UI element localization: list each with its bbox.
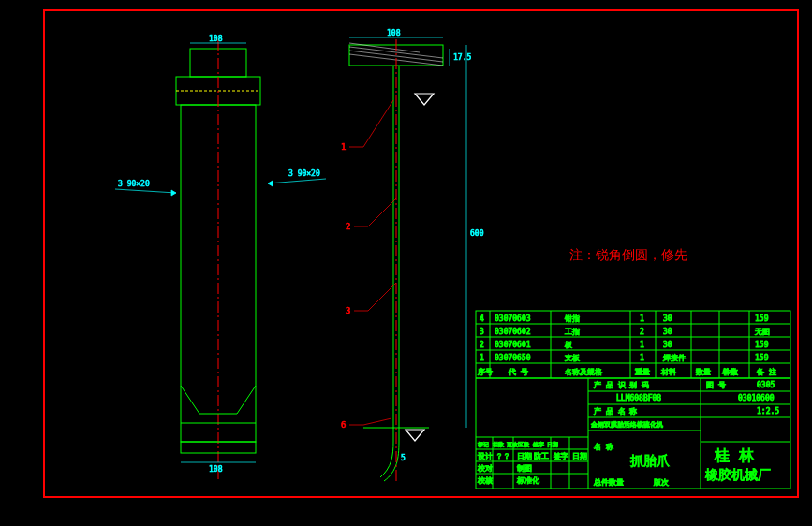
svg-text:1: 1 bbox=[640, 354, 644, 362]
svg-text:产 品 识 别 码: 产 品 识 别 码 bbox=[594, 381, 649, 389]
svg-text:？？: ？？ bbox=[495, 452, 510, 460]
svg-line-11 bbox=[115, 189, 176, 193]
drawing-canvas: 108 108 3 90×20 3 90×20 108 17.5 600 5 1… bbox=[43, 9, 799, 498]
svg-text:30: 30 bbox=[663, 328, 672, 336]
svg-text:2: 2 bbox=[480, 341, 484, 349]
svg-line-13 bbox=[268, 179, 326, 183]
svg-text:重量: 重量 bbox=[635, 368, 650, 376]
svg-text:焊接件: 焊接件 bbox=[663, 354, 686, 362]
svg-text:制图: 制图 bbox=[517, 464, 532, 473]
svg-text:件数: 件数 bbox=[723, 368, 738, 376]
svg-text:4: 4 bbox=[480, 314, 484, 323]
svg-text:标准化: 标准化 bbox=[516, 476, 539, 485]
svg-text:产 品 名 称: 产 品 名 称 bbox=[594, 407, 637, 416]
left-dims: 108 108 3 90×20 3 90×20 bbox=[115, 35, 326, 474]
left-view bbox=[176, 39, 260, 479]
svg-text:材料: 材料 bbox=[660, 368, 676, 376]
svg-text:600: 600 bbox=[470, 229, 484, 238]
title-block: 4 03070603 钳指 1 30 159 3 03070602 工指 2 3… bbox=[476, 311, 790, 489]
svg-text:159: 159 bbox=[755, 354, 769, 362]
drawing-note: 注：锐角倒圆，修先 bbox=[569, 247, 687, 262]
svg-line-34 bbox=[368, 198, 396, 226]
svg-text:名称及规格: 名称及规格 bbox=[565, 368, 602, 376]
svg-text:6: 6 bbox=[341, 420, 346, 430]
svg-text:1: 1 bbox=[640, 314, 644, 323]
app-window: 108 108 3 90×20 3 90×20 108 17.5 600 5 1… bbox=[0, 0, 812, 526]
svg-text:03010600: 03010600 bbox=[738, 394, 775, 402]
svg-text:钳指: 钳指 bbox=[564, 314, 580, 323]
svg-text:108: 108 bbox=[209, 35, 223, 43]
svg-text:序号: 序号 bbox=[478, 368, 493, 376]
svg-text:代 号: 代 号 bbox=[508, 368, 528, 376]
svg-text:日期: 日期 bbox=[517, 452, 532, 460]
svg-text:1: 1 bbox=[480, 354, 484, 362]
svg-text:17.5: 17.5 bbox=[453, 53, 471, 62]
svg-text:LLM608BF08: LLM608BF08 bbox=[616, 394, 661, 402]
section-markers bbox=[406, 94, 434, 441]
svg-text:校对: 校对 bbox=[477, 464, 493, 473]
svg-line-31 bbox=[363, 100, 393, 147]
svg-text:抓胎爪: 抓胎爪 bbox=[630, 453, 670, 468]
svg-text:159: 159 bbox=[755, 341, 769, 349]
svg-text:橡胶机械厂: 橡胶机械厂 bbox=[705, 467, 771, 482]
svg-text:数量: 数量 bbox=[696, 368, 711, 376]
svg-text:防工: 防工 bbox=[534, 452, 549, 460]
svg-text:2: 2 bbox=[346, 222, 350, 231]
svg-text:设计: 设计 bbox=[478, 452, 493, 460]
svg-text:03070650: 03070650 bbox=[495, 354, 531, 362]
svg-text:标记 栏数 更改区段 签字 日期: 标记 栏数 更改区段 签字 日期 bbox=[477, 441, 558, 447]
svg-text:桂 林: 桂 林 bbox=[714, 446, 754, 464]
svg-text:1:2.5: 1:2.5 bbox=[757, 407, 779, 416]
svg-text:校核: 校核 bbox=[477, 476, 493, 485]
svg-text:108: 108 bbox=[209, 465, 223, 474]
svg-text:30: 30 bbox=[663, 314, 672, 323]
svg-text:无图: 无图 bbox=[755, 328, 770, 336]
svg-text:名 称: 名 称 bbox=[594, 443, 613, 451]
right-view bbox=[349, 39, 443, 484]
svg-text:03070603: 03070603 bbox=[495, 314, 531, 323]
svg-text:2: 2 bbox=[640, 328, 644, 336]
svg-text:03070602: 03070602 bbox=[495, 328, 531, 336]
svg-text:03070601: 03070601 bbox=[495, 341, 531, 349]
svg-text:1: 1 bbox=[640, 341, 644, 349]
svg-text:工指: 工指 bbox=[565, 328, 580, 336]
svg-text:159: 159 bbox=[755, 314, 769, 323]
svg-text:总件数量: 总件数量 bbox=[593, 478, 624, 487]
svg-text:0305: 0305 bbox=[757, 381, 775, 389]
svg-text:108: 108 bbox=[387, 29, 401, 37]
svg-line-37 bbox=[368, 283, 396, 311]
red-leaders: 1 2 3 6 bbox=[341, 100, 396, 430]
svg-text:5: 5 bbox=[401, 454, 406, 462]
svg-text:签字: 签字 bbox=[554, 452, 568, 460]
bom: 4 03070603 钳指 1 30 159 3 03070602 工指 2 3… bbox=[476, 311, 790, 378]
svg-text:3: 3 bbox=[480, 328, 484, 336]
svg-text:备 注: 备 注 bbox=[757, 368, 776, 376]
svg-text:3 90×20: 3 90×20 bbox=[118, 180, 150, 188]
svg-text:版次: 版次 bbox=[654, 478, 669, 487]
svg-text:3 90×20: 3 90×20 bbox=[288, 169, 320, 178]
svg-text:30: 30 bbox=[663, 341, 672, 349]
cad-drawing: 108 108 3 90×20 3 90×20 108 17.5 600 5 1… bbox=[45, 11, 794, 493]
svg-line-40 bbox=[363, 418, 391, 425]
svg-text:全钢双膜胎活络模硫化机: 全钢双膜胎活络模硫化机 bbox=[591, 421, 663, 429]
svg-text:支板: 支板 bbox=[565, 354, 580, 362]
svg-text:3: 3 bbox=[346, 306, 350, 315]
svg-text:日期: 日期 bbox=[572, 452, 587, 460]
svg-text:图 号: 图 号 bbox=[706, 381, 726, 389]
svg-text:板: 板 bbox=[564, 341, 572, 349]
svg-text:1: 1 bbox=[341, 142, 346, 152]
